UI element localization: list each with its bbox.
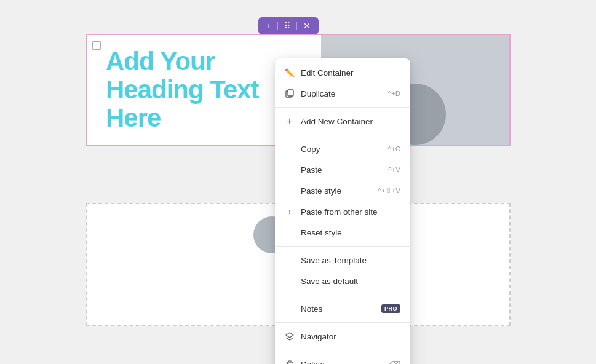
menu-item-duplicate[interactable]: Duplicate ^+D bbox=[275, 83, 410, 104]
paste-style-shortcut: ^+⇧+V bbox=[378, 186, 401, 195]
duplicate-icon bbox=[285, 89, 295, 98]
delete-label: Delete bbox=[301, 360, 325, 365]
trash-icon bbox=[285, 359, 295, 364]
menu-item-paste-style[interactable]: Paste style ^+⇧+V bbox=[275, 180, 410, 201]
paste-style-label: Paste style bbox=[301, 186, 341, 196]
toolbar-close-button[interactable]: ✕ bbox=[300, 20, 314, 32]
edit-container-label: Edit Container bbox=[301, 68, 354, 77]
menu-item-reset-style[interactable]: Reset style bbox=[275, 222, 410, 243]
menu-item-add-container[interactable]: + Add New Container bbox=[275, 111, 410, 132]
menu-item-copy[interactable]: Copy ^+C bbox=[275, 138, 410, 159]
menu-item-navigator[interactable]: Navigator bbox=[275, 326, 410, 347]
paste-label: Paste bbox=[301, 165, 322, 175]
delete-keyboard-icon: ⌫ bbox=[389, 360, 400, 365]
menu-item-edit-container[interactable]: ✏️ Edit Container bbox=[275, 62, 410, 83]
svg-rect-1 bbox=[288, 90, 293, 96]
divider-4 bbox=[275, 295, 410, 295]
divider-2 bbox=[275, 135, 410, 135]
resize-handle[interactable] bbox=[92, 41, 101, 50]
navigator-label: Navigator bbox=[301, 332, 336, 341]
menu-item-paste-other[interactable]: ↕ Paste from other site bbox=[275, 201, 410, 222]
toolbar-drag-button[interactable]: ⠿ bbox=[281, 20, 293, 32]
context-menu: ✏️ Edit Container Duplicate ^+D + Add Ne… bbox=[275, 58, 410, 364]
reset-icon bbox=[285, 228, 295, 237]
layers-icon bbox=[285, 331, 295, 341]
notes-icon bbox=[285, 304, 295, 314]
duplicate-shortcut: ^+D bbox=[388, 90, 400, 97]
duplicate-label: Duplicate bbox=[301, 89, 335, 98]
pro-badge: PRO bbox=[381, 304, 400, 313]
notes-label: Notes bbox=[301, 304, 322, 314]
menu-item-save-template[interactable]: Save as Template bbox=[275, 250, 410, 271]
template-icon bbox=[285, 255, 295, 265]
divider-3 bbox=[275, 246, 410, 247]
paste-style-icon bbox=[285, 186, 295, 196]
paste-other-label: Paste from other site bbox=[301, 207, 378, 216]
toolbar-divider bbox=[277, 22, 278, 30]
reset-style-label: Reset style bbox=[301, 228, 342, 237]
divider-6 bbox=[275, 350, 410, 350]
copy-shortcut: ^+C bbox=[388, 145, 400, 152]
pencil-icon: ✏️ bbox=[285, 68, 295, 77]
menu-item-delete[interactable]: Delete ⌫ bbox=[275, 354, 410, 364]
default-icon bbox=[285, 276, 295, 286]
menu-item-notes[interactable]: Notes PRO bbox=[275, 298, 410, 319]
transfer-icon: ↕ bbox=[285, 207, 295, 216]
copy-label: Copy bbox=[301, 144, 320, 154]
divider-1 bbox=[275, 107, 410, 108]
save-template-label: Save as Template bbox=[301, 256, 367, 265]
paste-icon bbox=[285, 165, 295, 175]
menu-item-paste[interactable]: Paste ^+V bbox=[275, 159, 410, 180]
toolbar-add-button[interactable]: + bbox=[263, 20, 274, 32]
menu-item-save-default[interactable]: Save as default bbox=[275, 271, 410, 291]
block-toolbar: + ⠿ ✕ bbox=[258, 17, 319, 34]
add-container-label: Add New Container bbox=[301, 117, 373, 126]
paste-shortcut: ^+V bbox=[388, 166, 400, 173]
divider-5 bbox=[275, 322, 410, 323]
toolbar-divider-2 bbox=[296, 22, 297, 30]
save-default-label: Save as default bbox=[301, 277, 358, 286]
plus-icon: + bbox=[285, 116, 295, 126]
copy-icon bbox=[285, 144, 295, 154]
